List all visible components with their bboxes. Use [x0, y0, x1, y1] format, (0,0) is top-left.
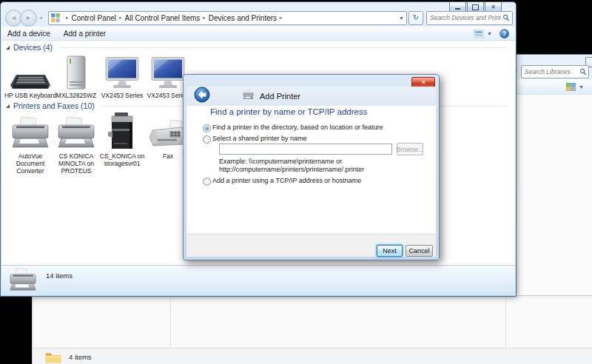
command-bar: Add a device Add a printer ▼ ? — [1, 27, 515, 41]
device-item-pc[interactable]: MXL32825WZ — [53, 55, 99, 99]
search-input[interactable] — [427, 14, 502, 21]
copier-icon — [107, 112, 137, 150]
section-title: Devices (4) — [13, 43, 53, 52]
breadcrumb-devices-and-printers[interactable]: Devices and Printers — [209, 14, 277, 22]
forward-button[interactable]: ► — [20, 10, 37, 27]
radio-find-directory-label[interactable]: Find a printer in the directory, based o… — [212, 124, 383, 131]
printer-item-autovue[interactable]: AutoVue Document Converter — [7, 112, 53, 175]
browse-button[interactable]: Browse... — [397, 143, 423, 155]
add-device-button[interactable]: Add a device — [7, 30, 50, 38]
printer-label: Fax — [163, 152, 173, 160]
collapse-triangle-icon[interactable] — [6, 104, 10, 108]
devices-section-header[interactable]: Devices (4) — [6, 43, 508, 52]
statusbar: 14 items — [1, 265, 515, 295]
fax-icon — [149, 112, 187, 150]
views-chevron-icon[interactable]: ▼ — [487, 31, 492, 36]
section-divider — [58, 47, 508, 48]
views-icon[interactable] — [566, 83, 576, 91]
navigation-bar: ◄ ► ▼ ▸ Control Panel ▸ All Control Pane… — [4, 10, 513, 25]
printer-label: CS KONICA MINOLTA on PROTEUS — [53, 152, 99, 175]
control-panel-icon — [51, 13, 60, 22]
recent-pages-chevron-icon[interactable]: ▼ — [38, 16, 44, 21]
radio-tcpip-label[interactable]: Add a printer using a TCP/IP address or … — [212, 177, 361, 184]
monitor-icon — [151, 55, 185, 90]
folder-icon — [44, 351, 62, 363]
devices-list: HP USB Keyboard MXL32825WZ — [7, 55, 191, 99]
add-printer-dialog: ✕ Add Printer Find a printer by name or … — [183, 74, 440, 260]
printer-item-cs-konica-minolta[interactable]: CS KONICA MINOLTA on PROTEUS — [53, 112, 99, 175]
breadcrumb-arrow-icon[interactable]: ▸ — [119, 15, 122, 21]
address-bar[interactable]: ▸ Control Panel ▸ All Control Panel Item… — [48, 11, 407, 25]
printer-icon — [9, 268, 37, 292]
device-item-monitor-1[interactable]: VX2453 Series — [99, 55, 145, 99]
breadcrumb-all-control-panel-items[interactable]: All Control Panel Items — [125, 14, 201, 22]
back-button[interactable] — [194, 87, 210, 106]
dialog-title: Add Printer — [260, 92, 300, 101]
section-title: Printers and Faxes (10) — [13, 101, 95, 110]
search-icon — [502, 14, 510, 21]
example-line-1: Example: \\computername\printername or — [219, 158, 342, 166]
printer-icon — [11, 112, 50, 150]
radio-shared-printer-label[interactable]: Select a shared printer by name — [212, 135, 307, 142]
shared-printer-name-input[interactable] — [219, 144, 392, 155]
search-box[interactable] — [426, 11, 513, 25]
device-label: VX2453 Series — [101, 92, 144, 99]
breadcrumb-control-panel[interactable]: Control Panel — [71, 14, 116, 22]
breadcrumb-arrow-icon[interactable]: ▸ — [203, 15, 206, 21]
radio-shared-printer[interactable] — [203, 135, 211, 144]
search-icon — [579, 68, 587, 75]
pc-tower-icon — [67, 55, 86, 90]
printer-label: CS_KONICA on storagesvr01 — [99, 152, 145, 167]
device-label: HP USB Keyboard — [4, 92, 56, 99]
libraries-search-input[interactable] — [522, 68, 579, 75]
folder-window-statusbar: 4 items — [33, 348, 592, 364]
help-icon[interactable]: ? — [500, 29, 509, 38]
next-button[interactable]: Next — [377, 245, 403, 257]
device-item-hp-usb-keyboard[interactable]: HP USB Keyboard — [7, 55, 53, 99]
folder-window-content — [34, 298, 592, 348]
chevron-down-icon[interactable]: ▼ — [579, 84, 584, 90]
refresh-button[interactable]: ↻ — [408, 11, 423, 25]
add-printer-toolbar-button[interactable]: Add a printer — [64, 30, 106, 38]
libraries-toolbar: ▼ — [509, 79, 592, 95]
items-count: 4 items — [69, 353, 92, 361]
address-dropdown-icon[interactable]: ▼ — [399, 16, 404, 21]
items-count: 14 items — [46, 272, 73, 280]
folder-window: 4 items — [32, 295, 592, 364]
desktop: { "colors": { "aero_glass": "#d7e6f5", "… — [0, 0, 592, 364]
printers-list: AutoVue Document Converter CS KONICA MIN… — [7, 112, 191, 175]
breadcrumb-arrow-icon: ▸ — [66, 15, 69, 21]
views-icon[interactable] — [474, 30, 484, 38]
dialog-header: Add Printer — [186, 87, 436, 106]
breadcrumb-arrow-icon[interactable]: ▸ — [280, 15, 283, 21]
collapse-triangle-icon[interactable] — [6, 46, 10, 50]
libraries-search-box[interactable] — [521, 65, 589, 78]
pane-divider — [505, 298, 506, 348]
monitor-icon — [105, 55, 139, 90]
printer-label: AutoVue Document Converter — [7, 152, 53, 175]
dialog-heading: Find a printer by name or TCP/IP address — [210, 107, 367, 116]
printer-icon — [57, 112, 95, 150]
keyboard-icon — [10, 55, 51, 90]
cancel-button[interactable]: Cancel — [406, 245, 433, 257]
printer-item-cs-konica[interactable]: CS_KONICA on storagesvr01 — [99, 112, 145, 175]
example-line-2: http://computername/printers/printername… — [219, 166, 364, 174]
add-printer-icon — [243, 90, 254, 103]
device-label: MXL32825WZ — [56, 92, 96, 99]
pane-divider — [170, 298, 171, 348]
radio-tcpip[interactable] — [203, 178, 211, 186]
radio-find-directory[interactable] — [203, 124, 211, 132]
